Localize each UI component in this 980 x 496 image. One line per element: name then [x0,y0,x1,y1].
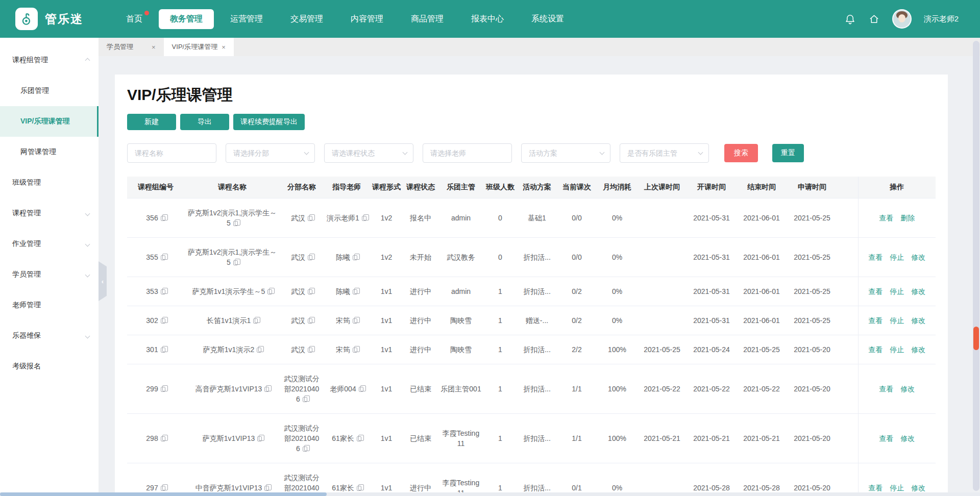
copy-icon[interactable] [257,436,262,441]
search-button[interactable]: 搜索 [724,144,758,162]
copy-icon[interactable] [161,255,165,260]
sidebar-item[interactable]: 乐器维保 [0,320,99,351]
copy-icon[interactable] [357,436,361,441]
copy-icon[interactable] [308,255,312,260]
sidebar-item[interactable]: 考级报名 [0,351,99,382]
action-link[interactable]: 停止 [890,345,904,354]
action-link[interactable]: 查看 [868,316,883,325]
reset-button[interactable]: 重置 [772,144,804,162]
copy-icon[interactable] [359,387,363,392]
action-link[interactable]: 查看 [879,434,893,442]
nav-item[interactable]: 系统设置 [520,9,575,29]
horizontal-scrollbar[interactable] [0,492,980,496]
action-link[interactable]: 修改 [900,385,915,393]
copy-icon[interactable] [308,348,312,353]
sidebar-collapse-handle[interactable]: ‹ [99,261,107,301]
nav-item[interactable]: 报表中心 [460,9,515,29]
copy-icon[interactable] [362,216,366,221]
copy-icon[interactable] [264,387,269,392]
nav-item[interactable]: 运营管理 [219,9,274,29]
action-link[interactable]: 修改 [911,287,925,295]
action-link[interactable]: 停止 [890,484,904,492]
action-link[interactable]: 修改 [911,316,925,325]
home-icon[interactable] [868,13,880,25]
action-link[interactable]: 修改 [900,434,915,442]
toolbar-button[interactable]: 课程续费提醒导出 [233,114,305,130]
copy-icon[interactable] [357,486,361,491]
copy-icon[interactable] [267,289,272,294]
action-link[interactable]: 查看 [868,345,883,354]
copy-icon[interactable] [161,318,165,324]
copy-icon[interactable] [161,436,165,441]
vertical-scrollbar[interactable] [973,41,979,491]
action-link[interactable]: 修改 [911,345,925,354]
sidebar-item[interactable]: 班级管理 [0,167,99,198]
nav-item[interactable]: 内容管理 [339,9,395,29]
sidebar-subitem[interactable]: 网管课管理 [0,137,99,167]
sidebar-subitem[interactable]: 乐团管理 [0,76,99,106]
nav-item-label: 报表中心 [471,14,504,23]
action-link[interactable]: 停止 [890,253,904,261]
filter-input[interactable] [324,143,413,163]
copy-icon[interactable] [161,486,165,491]
filter-input[interactable] [423,143,512,163]
action-link[interactable]: 查看 [879,385,893,393]
action-link[interactable]: 修改 [911,484,925,492]
copy-icon[interactable] [353,318,357,324]
vertical-scrollbar-thumb[interactable] [973,327,979,350]
cell-last-class-time [638,306,687,335]
tab[interactable]: 学员管理 × [99,38,164,56]
cell-current-lesson: 1/1 [557,364,597,414]
action-link[interactable]: 查看 [879,214,893,222]
close-icon[interactable]: × [152,43,156,51]
app-logo[interactable] [15,8,38,30]
sidebar-subitem[interactable]: VIP/乐理课管理 [0,106,99,137]
cell-teacher: 演示老师1 [323,199,370,238]
close-icon[interactable]: × [222,43,226,51]
sidebar-item[interactable]: 作业管理 [0,229,99,259]
sidebar-item[interactable]: 课程管理 [0,198,99,229]
copy-icon[interactable] [353,255,357,260]
filter-input[interactable] [620,143,709,163]
action-link[interactable]: 删除 [900,214,915,222]
filter-input[interactable] [127,143,216,163]
copy-icon[interactable] [308,289,312,294]
cell-course-status: 已结束 [403,364,438,414]
copy-icon[interactable] [353,289,357,294]
action-link[interactable]: 修改 [911,253,925,261]
copy-icon[interactable] [233,260,238,265]
copy-icon[interactable] [161,289,165,294]
copy-icon[interactable] [353,348,357,353]
copy-icon[interactable] [264,486,269,491]
toolbar-button[interactable]: 新建 [127,114,176,130]
filter-input[interactable] [521,143,610,163]
filter-input[interactable] [226,143,315,163]
action-link[interactable]: 停止 [890,316,904,325]
sidebar-item[interactable]: 老师管理 [0,290,99,320]
action-link[interactable]: 停止 [890,287,904,295]
copy-icon[interactable] [253,318,258,324]
action-link[interactable]: 查看 [868,287,883,295]
copy-icon[interactable] [233,221,238,226]
copy-icon[interactable] [161,348,165,353]
sidebar-item[interactable]: 课程组管理 [0,45,99,76]
nav-item[interactable]: 商品管理 [400,9,455,29]
copy-icon[interactable] [161,216,165,221]
action-link[interactable]: 查看 [868,484,883,492]
nav-item[interactable]: 教务管理 [159,9,214,29]
copy-icon[interactable] [161,387,165,392]
nav-item[interactable]: 首页 [115,9,154,29]
copy-icon[interactable] [303,447,307,452]
horizontal-scrollbar-thumb[interactable] [0,492,327,496]
toolbar-button[interactable]: 导出 [180,114,229,130]
nav-item[interactable]: 交易管理 [279,9,334,29]
tab[interactable]: VIP/乐理课管理 × [164,38,234,56]
bell-icon[interactable] [844,13,856,25]
action-link[interactable]: 查看 [868,253,883,261]
copy-icon[interactable] [303,397,307,402]
copy-icon[interactable] [308,318,312,324]
copy-icon[interactable] [257,348,261,353]
copy-icon[interactable] [308,216,312,221]
sidebar-item[interactable]: 学员管理 [0,259,99,290]
user-avatar[interactable] [892,9,912,29]
